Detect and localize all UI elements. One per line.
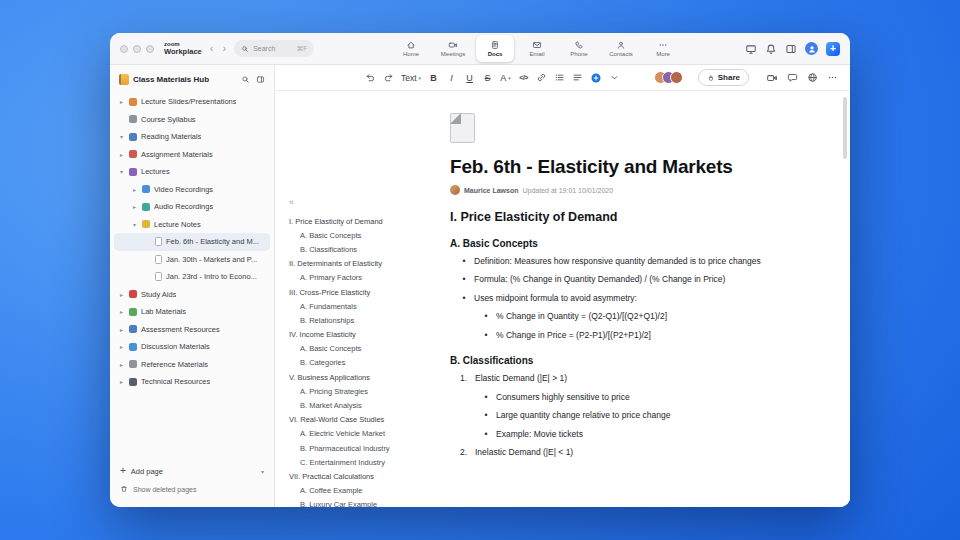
tab-docs[interactable]: Docs (476, 35, 514, 62)
sidebar-item[interactable]: ▾Reading Materials (114, 128, 270, 146)
notifications-icon[interactable] (765, 43, 777, 55)
sidebar-item[interactable]: ▸Assignment Materials (114, 146, 270, 164)
sidebar-item[interactable]: ▸Technical Resources (114, 373, 270, 391)
toc-item[interactable]: A. Coffee Example (289, 484, 441, 498)
doc-numbered-item[interactable]: 2.Inelastic Demand (|E| < 1) (450, 447, 824, 458)
sidebar-item[interactable]: ▸Reference Materials (114, 356, 270, 374)
toc-item[interactable]: IV. Income Elasticity (289, 328, 441, 342)
doc-heading[interactable]: B. Classifications (450, 355, 824, 366)
chevron-right-icon[interactable]: ▸ (118, 291, 125, 298)
doc-bullet-item[interactable]: •Definition: Measures how responsive qua… (450, 256, 824, 267)
chevron-right-icon[interactable]: ▸ (118, 378, 125, 385)
toc-item[interactable]: A. Electric Vehicle Market (289, 427, 441, 441)
underline-button[interactable]: U (464, 70, 475, 86)
toc-item[interactable]: B. Relationships (289, 313, 441, 327)
zoom-window-button[interactable] (146, 45, 154, 53)
tab-email[interactable]: Email (518, 35, 556, 62)
toc-item[interactable]: A. Fundamentals (289, 299, 441, 313)
close-window-button[interactable] (120, 45, 128, 53)
global-search-input[interactable]: Search ⌘F (234, 40, 314, 57)
add-page-button[interactable]: + Add page ▾ (120, 463, 264, 479)
doc-bullet-item[interactable]: •Large quantity change relative to price… (450, 410, 824, 421)
sidebar-item[interactable]: ▸Lab Materials (114, 303, 270, 321)
strikethrough-button[interactable]: S (482, 70, 493, 86)
show-deleted-pages-button[interactable]: Show deleted pages (120, 481, 264, 497)
sidebar-item[interactable]: ▸Discussion Materials (114, 338, 270, 356)
toc-item[interactable]: B. Luxury Car Example (289, 498, 441, 507)
toc-item[interactable]: A. Pricing Strategies (289, 384, 441, 398)
sidebar-item[interactable]: ▸Video Recordings (114, 181, 270, 199)
doc-bullet-item[interactable]: •Consumers highly sensitive to price (450, 392, 824, 403)
chevron-right-icon[interactable]: ▸ (118, 98, 125, 105)
comments-icon[interactable] (787, 72, 798, 83)
link-button[interactable] (536, 70, 547, 86)
italic-button[interactable]: I (446, 70, 457, 86)
chevron-right-icon[interactable]: ▸ (131, 203, 138, 210)
tab-meetings[interactable]: Meetings (434, 35, 472, 62)
code-button[interactable]: </> (518, 70, 529, 86)
toc-item[interactable]: VII. Practical Calculations (289, 469, 441, 483)
scrollbar[interactable] (843, 97, 847, 159)
toc-item[interactable]: VI. Real-World Case Studies (289, 413, 441, 427)
chevron-right-icon[interactable]: ▸ (118, 308, 125, 315)
chevron-down-icon[interactable]: ▾ (118, 133, 125, 140)
user-avatar[interactable] (805, 42, 818, 55)
document-body[interactable]: I. Price Elasticity of DemandA. Basic Co… (450, 210, 824, 459)
add-page-collapse-icon[interactable]: ▾ (261, 468, 264, 475)
tab-home[interactable]: Home (392, 35, 430, 62)
chevron-right-icon[interactable]: ▸ (118, 361, 125, 368)
align-button[interactable] (572, 70, 583, 86)
bullet-list-button[interactable] (554, 70, 565, 86)
document-title[interactable]: Feb. 6th - Elasticity and Markets (450, 156, 824, 178)
toc-item[interactable]: A. Basic Concepts (289, 228, 441, 242)
minimize-window-button[interactable] (133, 45, 141, 53)
sidebar-search-icon[interactable] (241, 75, 250, 84)
tab-more[interactable]: More (644, 35, 682, 62)
text-style-dropdown[interactable]: Text▾ (401, 70, 421, 86)
sidebar-item[interactable]: ▸Audio Recordings (114, 198, 270, 216)
sidebar-item[interactable]: Jan. 23rd - Intro to Econo... (114, 268, 270, 286)
sidebar-collapse-icon[interactable] (256, 75, 265, 84)
sidebar-item[interactable]: Course Syllabus (114, 111, 270, 129)
toc-item[interactable]: B. Classifications (289, 242, 441, 256)
chevron-right-icon[interactable]: ▸ (118, 343, 125, 350)
more-options-icon[interactable] (827, 72, 838, 83)
chevron-right-icon[interactable]: ▸ (118, 326, 125, 333)
devices-icon[interactable] (745, 43, 757, 55)
bold-button[interactable]: B (428, 70, 439, 86)
toc-item[interactable]: I. Price Elasticity of Demand (289, 214, 441, 228)
toc-item[interactable]: C. Entertainment Industry (289, 455, 441, 469)
nav-forward-button[interactable]: › (221, 43, 227, 54)
toc-item[interactable]: II. Determinants of Elasticity (289, 257, 441, 271)
insert-button[interactable] (590, 70, 602, 86)
doc-heading[interactable]: I. Price Elasticity of Demand (450, 210, 824, 224)
sidebar-item[interactable]: ▸Lecture Slides/Presentations (114, 93, 270, 111)
toc-item[interactable]: B. Pharmaceutical Industry (289, 441, 441, 455)
toc-collapse-icon[interactable]: « (289, 197, 441, 207)
toc-item[interactable]: V. Business Applications (289, 370, 441, 384)
toc-item[interactable]: B. Categories (289, 356, 441, 370)
nav-back-button[interactable]: ‹ (209, 43, 215, 54)
sidebar-item[interactable]: ▸Assessment Resources (114, 321, 270, 339)
toc-item[interactable]: A. Primary Factors (289, 271, 441, 285)
doc-heading[interactable]: A. Basic Concepts (450, 238, 824, 249)
toolbar-collapse-button[interactable] (609, 70, 620, 86)
doc-bullet-item[interactable]: •Uses midpoint formula to avoid asymmetr… (450, 293, 824, 304)
sidebar-item[interactable]: ▾Lectures (114, 163, 270, 181)
chevron-right-icon[interactable]: ▸ (118, 151, 125, 158)
toc-item[interactable]: A. Basic Concepts (289, 342, 441, 356)
chevron-down-icon[interactable]: ▾ (131, 221, 138, 228)
tab-contacts[interactable]: Contacts (602, 35, 640, 62)
doc-numbered-item[interactable]: 1.Elastic Demand (|E| > 1) (450, 373, 824, 384)
sidebar-item[interactable]: Jan. 30th - Markets and P... (114, 251, 270, 269)
publish-globe-icon[interactable] (807, 72, 818, 83)
sidebar-item[interactable]: ▸Study Aids (114, 286, 270, 304)
doc-bullet-item[interactable]: •% Change in Price = (P2-P1)/[(P2+P1)/2] (450, 330, 824, 341)
chevron-right-icon[interactable]: ▸ (131, 186, 138, 193)
toc-item[interactable]: III. Cross-Price Elasticity (289, 285, 441, 299)
toc-item[interactable]: B. Market Analysis (289, 398, 441, 412)
tab-phone[interactable]: Phone (560, 35, 598, 62)
text-color-button[interactable]: A▾ (500, 70, 511, 86)
collaborator-avatar[interactable] (670, 71, 683, 84)
undo-button[interactable] (365, 70, 376, 86)
